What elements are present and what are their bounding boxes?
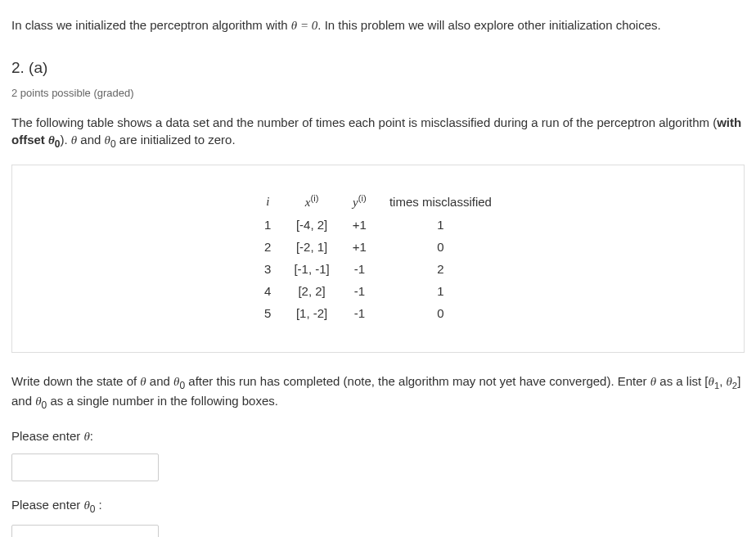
cell-y: -1 — [341, 258, 378, 280]
cell-i: 2 — [253, 236, 282, 258]
cell-y: -1 — [341, 280, 378, 302]
theta-sym-7: θ — [35, 395, 41, 408]
desc-b: ). — [60, 133, 70, 147]
theta-input[interactable] — [11, 454, 159, 481]
cell-times: 1 — [378, 280, 503, 302]
cell-times: 0 — [378, 236, 503, 258]
question-heading: 2. (a) — [11, 57, 745, 79]
cell-y: -1 — [341, 302, 378, 324]
cell-i: 5 — [253, 302, 282, 324]
cell-y: +1 — [341, 214, 378, 236]
intro-post: . In this problem we will also explore o… — [317, 18, 660, 32]
cell-i: 1 — [253, 214, 282, 236]
table-row: 2 [-2, 1] +1 0 — [253, 236, 503, 258]
label-theta: Please enter θ: — [11, 427, 745, 445]
table-row: 1 [-4, 2] +1 1 — [253, 214, 503, 236]
desc-a: The following table shows a data set and… — [11, 115, 717, 129]
cell-y: +1 — [341, 236, 378, 258]
cell-x: [-1, -1] — [282, 258, 340, 280]
table-row: 4 [2, 2] -1 1 — [253, 280, 503, 302]
points-possible: 2 points possible (graded) — [11, 86, 745, 101]
cell-times: 2 — [378, 258, 503, 280]
cell-i: 4 — [253, 280, 282, 302]
instr-f: as a single number in the following boxe… — [47, 394, 278, 408]
instr-c: after this run has completed (note, the … — [185, 374, 650, 388]
table-header-row: i x(i) y(i) times misclassified — [253, 190, 503, 214]
desc-c: and — [77, 133, 104, 147]
label-theta-text: Please enter — [11, 429, 83, 443]
cell-times: 0 — [378, 302, 503, 324]
data-table: i x(i) y(i) times misclassified 1 [-4, 2… — [253, 190, 503, 324]
intro-text: In class we initialized the perceptron a… — [11, 16, 745, 34]
cell-x: [2, 2] — [282, 280, 340, 302]
cell-i: 3 — [253, 258, 282, 280]
instr-b: and — [146, 374, 173, 388]
intro-pre: In class we initialized the perceptron a… — [11, 18, 291, 32]
instr-d: as a list — [656, 374, 704, 388]
instr-e: and — [11, 394, 35, 408]
theta-sym-4: θ — [140, 375, 146, 388]
table-row: 3 [-1, -1] -1 2 — [253, 258, 503, 280]
col-x: x(i) — [282, 190, 340, 214]
cell-times: 1 — [378, 214, 503, 236]
instruction-text: Write down the state of θ and θ0 after t… — [11, 372, 745, 413]
cell-x: [-4, 2] — [282, 214, 340, 236]
table-row: 5 [1, -2] -1 0 — [253, 302, 503, 324]
theta0-input[interactable] — [11, 525, 159, 537]
instr-list: [θ1, θ2] — [704, 374, 740, 388]
data-table-container: i x(i) y(i) times misclassified 1 [-4, 2… — [11, 165, 745, 353]
label-theta0-colon: : — [95, 498, 101, 512]
col-y: y(i) — [341, 190, 378, 214]
theta-sym-3: θ — [105, 133, 110, 147]
theta-sym-label1: θ — [83, 430, 89, 443]
cell-x: [1, -2] — [282, 302, 340, 324]
label-theta0: Please enter θ0 : — [11, 496, 745, 517]
theta-sym-1: θ — [48, 133, 55, 147]
instr-a: Write down the state of — [11, 374, 140, 388]
col-times: times misclassified — [378, 190, 503, 214]
label-theta-colon: : — [90, 429, 93, 443]
cell-x: [-2, 1] — [282, 236, 340, 258]
theta0-sub-2: 0 — [110, 138, 116, 150]
theta-sym-label2: θ — [83, 499, 89, 512]
desc-d: are initialized to zero. — [116, 133, 236, 147]
intro-math: θ = 0 — [291, 19, 318, 32]
label-theta0-text: Please enter — [11, 498, 83, 512]
col-i: i — [253, 190, 282, 214]
problem-description: The following table shows a data set and… — [11, 114, 745, 151]
